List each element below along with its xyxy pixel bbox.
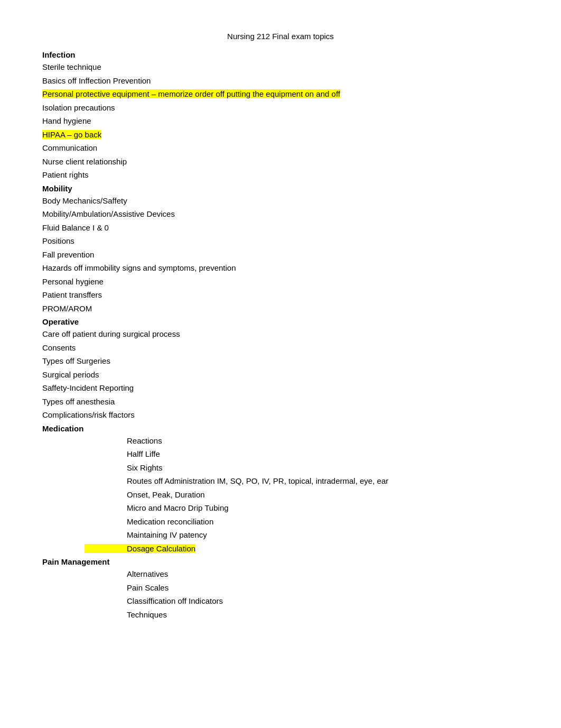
sections-container: InfectionSterile techniqueBasics off Inf… <box>42 50 519 621</box>
list-item: Personal protective equipment – memorize… <box>42 87 519 101</box>
list-item: Techniques <box>42 608 519 622</box>
list-item: Classiffication off Indicators <box>42 594 519 608</box>
list-item: Fall prevention <box>42 248 519 262</box>
section-header-mobility: Mobility <box>42 184 519 193</box>
list-item: HIPAA – go back <box>42 128 519 142</box>
list-item: Positions <box>42 234 519 248</box>
list-item: Patient transffers <box>42 288 519 302</box>
section-header-medication: Medication <box>42 424 519 433</box>
list-item: Saffety-Incident Reporting <box>42 381 519 395</box>
list-item: Patient rights <box>42 168 519 182</box>
page-title: Nursing 212 Final exam topics <box>42 32 519 41</box>
list-item: PROM/AROM <box>42 302 519 316</box>
list-item: Alternatives <box>42 567 519 581</box>
list-item: Nurse client relationship <box>42 155 519 169</box>
page-container: Nursing 212 Final exam topics InfectionS… <box>42 32 519 621</box>
list-item: Six Rights <box>42 461 519 475</box>
list-item: Surgical periods <box>42 368 519 382</box>
list-item: Fluid Balance I & 0 <box>42 221 519 235</box>
list-item: Reactions <box>42 434 519 448</box>
list-item: Types off Surgeries <box>42 354 519 368</box>
list-item: Dosage Calculation <box>42 542 519 556</box>
list-item: Maintaining IV patency <box>42 528 519 542</box>
list-item: Complications/risk ffactors <box>42 408 519 422</box>
list-item: Mobility/Ambulation/Assistive Devices <box>42 207 519 221</box>
list-item: Consents <box>42 341 519 355</box>
list-item: Routes off Administration IM, SQ, PO, IV… <box>42 474 519 488</box>
list-item: Basics off Inffection Prevention <box>42 74 519 88</box>
list-item: Personal hygiene <box>42 275 519 289</box>
list-item: Hazards off immobility signs and symptom… <box>42 261 519 275</box>
list-item: Communication <box>42 141 519 155</box>
list-item: Care off patient during surgical process <box>42 327 519 341</box>
list-item: Medication reconciliation <box>42 515 519 529</box>
list-item: Types off anesthesia <box>42 395 519 409</box>
section-header-pain-management: Pain Management <box>42 557 519 566</box>
list-item: Sterile technique <box>42 60 519 74</box>
list-item: Onset, Peak, Duration <box>42 488 519 502</box>
list-item: Isolation precautions <box>42 101 519 115</box>
list-item: Pain Scales <box>42 581 519 595</box>
list-item: Micro and Macro Drip Tubing <box>42 501 519 515</box>
list-item: Hand hygiene <box>42 114 519 128</box>
section-header-infection: Infection <box>42 50 519 59</box>
list-item: Halff Liffe <box>42 447 519 461</box>
list-item: Body Mechanics/Saffety <box>42 194 519 208</box>
section-header-operative: Operative <box>42 317 519 326</box>
